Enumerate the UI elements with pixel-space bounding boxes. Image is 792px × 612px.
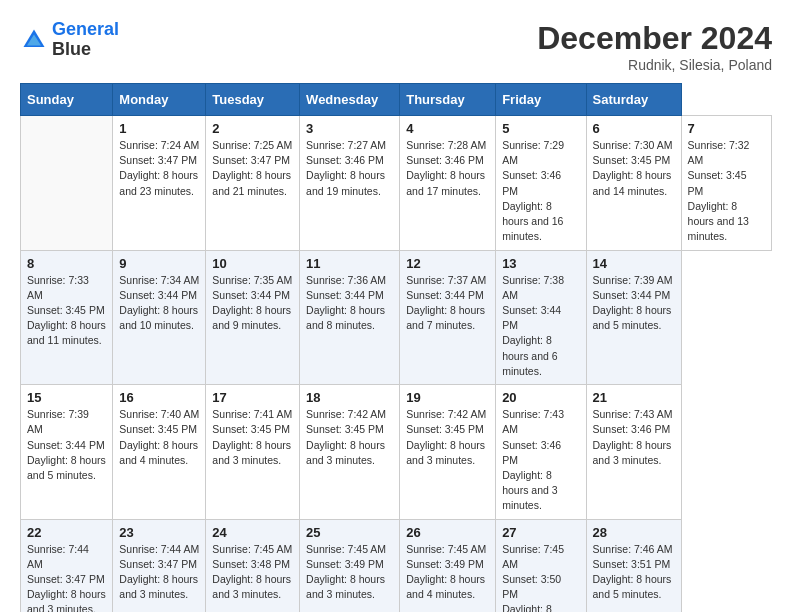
day-number: 15 bbox=[27, 390, 106, 405]
calendar-cell: 7Sunrise: 7:32 AM Sunset: 3:45 PM Daylig… bbox=[681, 116, 771, 251]
calendar-cell: 19Sunrise: 7:42 AM Sunset: 3:45 PM Dayli… bbox=[400, 385, 496, 520]
day-number: 22 bbox=[27, 525, 106, 540]
calendar-cell: 21Sunrise: 7:43 AM Sunset: 3:46 PM Dayli… bbox=[586, 385, 681, 520]
day-of-week-header: Saturday bbox=[586, 84, 681, 116]
day-number: 18 bbox=[306, 390, 393, 405]
day-info: Sunrise: 7:40 AM Sunset: 3:45 PM Dayligh… bbox=[119, 407, 199, 468]
day-info: Sunrise: 7:44 AM Sunset: 3:47 PM Dayligh… bbox=[119, 542, 199, 603]
calendar-cell bbox=[21, 116, 113, 251]
calendar-cell: 2Sunrise: 7:25 AM Sunset: 3:47 PM Daylig… bbox=[206, 116, 300, 251]
calendar-week-row: 22Sunrise: 7:44 AM Sunset: 3:47 PM Dayli… bbox=[21, 519, 772, 612]
day-info: Sunrise: 7:36 AM Sunset: 3:44 PM Dayligh… bbox=[306, 273, 393, 334]
day-number: 26 bbox=[406, 525, 489, 540]
day-number: 20 bbox=[502, 390, 579, 405]
day-info: Sunrise: 7:35 AM Sunset: 3:44 PM Dayligh… bbox=[212, 273, 293, 334]
day-info: Sunrise: 7:42 AM Sunset: 3:45 PM Dayligh… bbox=[406, 407, 489, 468]
day-info: Sunrise: 7:30 AM Sunset: 3:45 PM Dayligh… bbox=[593, 138, 675, 199]
location: Rudnik, Silesia, Poland bbox=[537, 57, 772, 73]
calendar-cell: 23Sunrise: 7:44 AM Sunset: 3:47 PM Dayli… bbox=[113, 519, 206, 612]
day-info: Sunrise: 7:33 AM Sunset: 3:45 PM Dayligh… bbox=[27, 273, 106, 349]
day-number: 1 bbox=[119, 121, 199, 136]
calendar-cell: 22Sunrise: 7:44 AM Sunset: 3:47 PM Dayli… bbox=[21, 519, 113, 612]
day-info: Sunrise: 7:37 AM Sunset: 3:44 PM Dayligh… bbox=[406, 273, 489, 334]
day-info: Sunrise: 7:45 AM Sunset: 3:48 PM Dayligh… bbox=[212, 542, 293, 603]
title-block: December 2024 Rudnik, Silesia, Poland bbox=[537, 20, 772, 73]
day-info: Sunrise: 7:29 AM Sunset: 3:46 PM Dayligh… bbox=[502, 138, 579, 245]
day-number: 7 bbox=[688, 121, 765, 136]
day-info: Sunrise: 7:34 AM Sunset: 3:44 PM Dayligh… bbox=[119, 273, 199, 334]
day-number: 17 bbox=[212, 390, 293, 405]
day-of-week-header: Friday bbox=[496, 84, 586, 116]
day-of-week-header: Wednesday bbox=[300, 84, 400, 116]
day-of-week-header: Sunday bbox=[21, 84, 113, 116]
day-info: Sunrise: 7:39 AM Sunset: 3:44 PM Dayligh… bbox=[593, 273, 675, 334]
day-info: Sunrise: 7:32 AM Sunset: 3:45 PM Dayligh… bbox=[688, 138, 765, 245]
day-number: 4 bbox=[406, 121, 489, 136]
logo-icon bbox=[20, 26, 48, 54]
day-number: 25 bbox=[306, 525, 393, 540]
calendar-header: SundayMondayTuesdayWednesdayThursdayFrid… bbox=[21, 84, 772, 116]
page-header: General Blue December 2024 Rudnik, Siles… bbox=[20, 20, 772, 73]
calendar-cell: 26Sunrise: 7:45 AM Sunset: 3:49 PM Dayli… bbox=[400, 519, 496, 612]
calendar-cell: 17Sunrise: 7:41 AM Sunset: 3:45 PM Dayli… bbox=[206, 385, 300, 520]
day-info: Sunrise: 7:27 AM Sunset: 3:46 PM Dayligh… bbox=[306, 138, 393, 199]
day-number: 2 bbox=[212, 121, 293, 136]
calendar-cell: 11Sunrise: 7:36 AM Sunset: 3:44 PM Dayli… bbox=[300, 250, 400, 385]
calendar-cell: 1Sunrise: 7:24 AM Sunset: 3:47 PM Daylig… bbox=[113, 116, 206, 251]
day-number: 3 bbox=[306, 121, 393, 136]
calendar-cell: 3Sunrise: 7:27 AM Sunset: 3:46 PM Daylig… bbox=[300, 116, 400, 251]
day-number: 10 bbox=[212, 256, 293, 271]
calendar-week-row: 1Sunrise: 7:24 AM Sunset: 3:47 PM Daylig… bbox=[21, 116, 772, 251]
calendar-cell: 9Sunrise: 7:34 AM Sunset: 3:44 PM Daylig… bbox=[113, 250, 206, 385]
calendar-body: 1Sunrise: 7:24 AM Sunset: 3:47 PM Daylig… bbox=[21, 116, 772, 613]
calendar-cell: 14Sunrise: 7:39 AM Sunset: 3:44 PM Dayli… bbox=[586, 250, 681, 385]
day-info: Sunrise: 7:45 AM Sunset: 3:49 PM Dayligh… bbox=[406, 542, 489, 603]
day-number: 5 bbox=[502, 121, 579, 136]
day-info: Sunrise: 7:46 AM Sunset: 3:51 PM Dayligh… bbox=[593, 542, 675, 603]
day-info: Sunrise: 7:45 AM Sunset: 3:50 PM Dayligh… bbox=[502, 542, 579, 612]
calendar-cell: 25Sunrise: 7:45 AM Sunset: 3:49 PM Dayli… bbox=[300, 519, 400, 612]
calendar-cell: 10Sunrise: 7:35 AM Sunset: 3:44 PM Dayli… bbox=[206, 250, 300, 385]
day-number: 16 bbox=[119, 390, 199, 405]
calendar-cell: 13Sunrise: 7:38 AM Sunset: 3:44 PM Dayli… bbox=[496, 250, 586, 385]
day-info: Sunrise: 7:28 AM Sunset: 3:46 PM Dayligh… bbox=[406, 138, 489, 199]
day-of-week-header: Monday bbox=[113, 84, 206, 116]
calendar-cell: 12Sunrise: 7:37 AM Sunset: 3:44 PM Dayli… bbox=[400, 250, 496, 385]
calendar-cell: 6Sunrise: 7:30 AM Sunset: 3:45 PM Daylig… bbox=[586, 116, 681, 251]
day-number: 27 bbox=[502, 525, 579, 540]
day-info: Sunrise: 7:43 AM Sunset: 3:46 PM Dayligh… bbox=[593, 407, 675, 468]
calendar-cell: 8Sunrise: 7:33 AM Sunset: 3:45 PM Daylig… bbox=[21, 250, 113, 385]
logo: General Blue bbox=[20, 20, 119, 60]
calendar-cell: 28Sunrise: 7:46 AM Sunset: 3:51 PM Dayli… bbox=[586, 519, 681, 612]
day-number: 8 bbox=[27, 256, 106, 271]
calendar-week-row: 8Sunrise: 7:33 AM Sunset: 3:45 PM Daylig… bbox=[21, 250, 772, 385]
month-title: December 2024 bbox=[537, 20, 772, 57]
day-number: 14 bbox=[593, 256, 675, 271]
day-number: 28 bbox=[593, 525, 675, 540]
calendar-cell: 16Sunrise: 7:40 AM Sunset: 3:45 PM Dayli… bbox=[113, 385, 206, 520]
day-number: 13 bbox=[502, 256, 579, 271]
day-number: 11 bbox=[306, 256, 393, 271]
calendar-cell: 4Sunrise: 7:28 AM Sunset: 3:46 PM Daylig… bbox=[400, 116, 496, 251]
day-info: Sunrise: 7:38 AM Sunset: 3:44 PM Dayligh… bbox=[502, 273, 579, 380]
calendar-cell: 24Sunrise: 7:45 AM Sunset: 3:48 PM Dayli… bbox=[206, 519, 300, 612]
day-info: Sunrise: 7:41 AM Sunset: 3:45 PM Dayligh… bbox=[212, 407, 293, 468]
day-info: Sunrise: 7:43 AM Sunset: 3:46 PM Dayligh… bbox=[502, 407, 579, 514]
day-info: Sunrise: 7:24 AM Sunset: 3:47 PM Dayligh… bbox=[119, 138, 199, 199]
day-number: 6 bbox=[593, 121, 675, 136]
day-number: 24 bbox=[212, 525, 293, 540]
day-number: 9 bbox=[119, 256, 199, 271]
calendar-cell: 15Sunrise: 7:39 AM Sunset: 3:44 PM Dayli… bbox=[21, 385, 113, 520]
day-of-week-header: Thursday bbox=[400, 84, 496, 116]
calendar-table: SundayMondayTuesdayWednesdayThursdayFrid… bbox=[20, 83, 772, 612]
day-number: 19 bbox=[406, 390, 489, 405]
day-info: Sunrise: 7:45 AM Sunset: 3:49 PM Dayligh… bbox=[306, 542, 393, 603]
day-number: 21 bbox=[593, 390, 675, 405]
calendar-cell: 27Sunrise: 7:45 AM Sunset: 3:50 PM Dayli… bbox=[496, 519, 586, 612]
calendar-cell: 20Sunrise: 7:43 AM Sunset: 3:46 PM Dayli… bbox=[496, 385, 586, 520]
day-info: Sunrise: 7:39 AM Sunset: 3:44 PM Dayligh… bbox=[27, 407, 106, 483]
calendar-cell: 18Sunrise: 7:42 AM Sunset: 3:45 PM Dayli… bbox=[300, 385, 400, 520]
day-number: 12 bbox=[406, 256, 489, 271]
day-info: Sunrise: 7:25 AM Sunset: 3:47 PM Dayligh… bbox=[212, 138, 293, 199]
calendar-cell: 5Sunrise: 7:29 AM Sunset: 3:46 PM Daylig… bbox=[496, 116, 586, 251]
